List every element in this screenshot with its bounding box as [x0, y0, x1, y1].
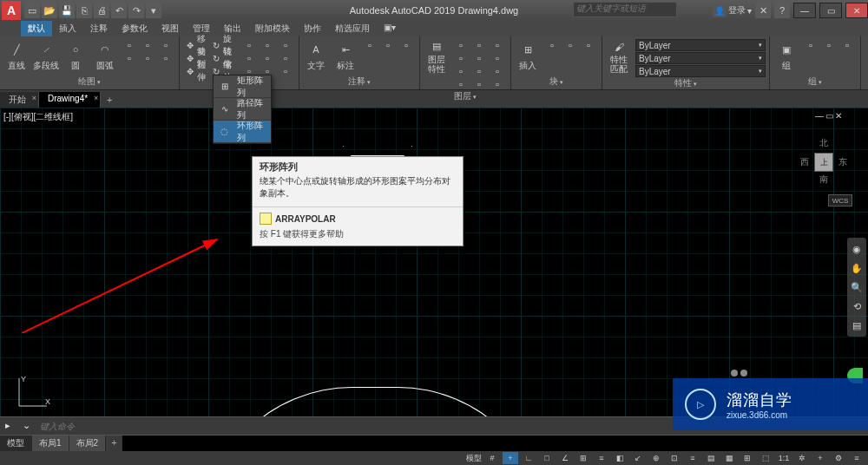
- ribbon-small-icon[interactable]: ▫: [122, 39, 137, 51]
- status-toggle-0[interactable]: #: [484, 452, 500, 464]
- ribbon-tab-8[interactable]: 协作: [297, 21, 328, 36]
- ribbon-small-icon[interactable]: ▫: [490, 52, 505, 64]
- ribbon-small-icon[interactable]: ▫: [453, 52, 469, 64]
- status-toggle-3[interactable]: □: [539, 452, 555, 464]
- vp-close-icon[interactable]: ✕: [835, 111, 842, 121]
- viewport-label[interactable]: [-][俯视][二维线框]: [3, 111, 73, 123]
- window-close-button[interactable]: ✕: [845, 3, 868, 18]
- nav-wheel-icon[interactable]: ◉: [849, 241, 865, 257]
- app-logo[interactable]: A: [2, 1, 21, 20]
- window-minimize-button[interactable]: —: [793, 3, 816, 18]
- status-toggle-19[interactable]: ⚙: [831, 452, 846, 464]
- status-toggle-9[interactable]: ⊕: [648, 452, 664, 464]
- panel-title[interactable]: 注释: [303, 75, 416, 88]
- wcs-button[interactable]: WCS: [828, 194, 852, 206]
- nav-orbit-icon[interactable]: ⟲: [849, 298, 865, 314]
- ribbon-button-图层特性[interactable]: ▤图层 特性: [424, 39, 450, 74]
- status-toggle-6[interactable]: ≡: [594, 452, 609, 464]
- ribbon-tab-3[interactable]: 参数化: [115, 21, 155, 36]
- window-restore-button[interactable]: ▭: [819, 3, 842, 18]
- ucs-icon[interactable]: X Y: [16, 375, 50, 409]
- layout-tab[interactable]: 布局2: [69, 436, 107, 451]
- ribbon-small-icon[interactable]: ▫: [241, 39, 257, 51]
- viewcube-west[interactable]: 西: [800, 156, 809, 168]
- status-toggle-1[interactable]: +: [503, 452, 518, 464]
- ribbon-small-icon[interactable]: ▫: [471, 39, 487, 51]
- ribbon-button-插入[interactable]: ⊞插入: [515, 39, 541, 74]
- file-tab[interactable]: Drawing4*×: [39, 92, 101, 108]
- status-toggle-20[interactable]: ≡: [849, 452, 865, 464]
- ribbon-small-icon[interactable]: ▫: [490, 39, 505, 51]
- ribbon-button-圆弧[interactable]: ◠圆弧: [92, 39, 118, 74]
- ribbon-small-icon[interactable]: ▫: [260, 52, 275, 64]
- ribbon-button-多段线[interactable]: ⟋多段线: [33, 39, 59, 74]
- ribbon-small-icon[interactable]: ▫: [471, 78, 487, 90]
- help-icon[interactable]: ?: [774, 3, 790, 18]
- ribbon-button-标注[interactable]: ⇤标注: [332, 39, 358, 74]
- close-icon[interactable]: ×: [32, 94, 36, 102]
- qat-new-icon[interactable]: ▭: [24, 3, 40, 18]
- panel-title[interactable]: 块: [515, 75, 598, 88]
- status-toggle-10[interactable]: ⊡: [667, 452, 682, 464]
- ribbon-button-直线[interactable]: ╱直线: [3, 39, 30, 74]
- property-selector-0[interactable]: ByLayer: [635, 39, 766, 51]
- nav-showmotion-icon[interactable]: ▤: [849, 318, 865, 333]
- property-selector-2[interactable]: ByLayer: [635, 65, 766, 77]
- ribbon-small-icon[interactable]: ▫: [362, 39, 378, 51]
- qat-open-icon[interactable]: 📂: [42, 3, 57, 18]
- ribbon-small-icon[interactable]: ▫: [562, 39, 578, 51]
- status-toggle-2[interactable]: ∟: [521, 452, 536, 464]
- ribbon-small-icon[interactable]: ▫: [453, 65, 469, 77]
- status-toggle-11[interactable]: ≡: [685, 452, 700, 464]
- ribbon-button-圆[interactable]: ○圆: [62, 39, 89, 74]
- panel-title[interactable]: 组: [773, 75, 857, 88]
- status-toggle-16[interactable]: 1:1: [776, 452, 792, 464]
- status-model-label[interactable]: 模型: [466, 452, 482, 464]
- ribbon-small-icon[interactable]: ▫: [581, 39, 596, 51]
- ribbon-small-icon[interactable]: ▫: [158, 52, 174, 64]
- qat-redo-icon[interactable]: ↷: [128, 3, 144, 18]
- ribbon-small-icon[interactable]: ▫: [278, 65, 293, 77]
- ribbon-small-icon[interactable]: ▫: [380, 39, 396, 51]
- ribbon-tab-4[interactable]: 视图: [155, 21, 186, 36]
- vp-restore-icon[interactable]: ▭: [825, 111, 833, 121]
- layout-tab[interactable]: 模型: [0, 436, 32, 451]
- ribbon-small-icon[interactable]: ▫: [398, 39, 414, 51]
- ribbon-button-特性匹配[interactable]: 🖌特性 匹配: [606, 39, 632, 74]
- ribbon-small-icon[interactable]: ▫: [544, 39, 560, 51]
- viewcube-north[interactable]: 北: [819, 137, 828, 149]
- user-login[interactable]: 👤 登录 ▾: [713, 3, 752, 17]
- nav-pan-icon[interactable]: ✋: [849, 260, 865, 276]
- status-toggle-15[interactable]: ⬚: [758, 452, 773, 464]
- panel-title[interactable]: 绘图: [3, 75, 175, 88]
- status-toggle-5[interactable]: ⊞: [575, 452, 591, 464]
- status-toggle-17[interactable]: ✲: [794, 452, 810, 464]
- ribbon-small-icon[interactable]: ▫: [140, 52, 155, 64]
- help-search-input[interactable]: [574, 3, 676, 14]
- viewcube[interactable]: 北 南 东 西 上: [795, 134, 852, 191]
- cmdline-recent-icon[interactable]: ⌄: [23, 420, 35, 432]
- qat-undo-icon[interactable]: ↶: [111, 3, 127, 18]
- ribbon-button-组[interactable]: ▣组: [773, 39, 799, 74]
- qat-saveas-icon[interactable]: ⎘: [76, 3, 92, 18]
- qat-plot-icon[interactable]: 🖨: [94, 3, 109, 18]
- ribbon-tab-1[interactable]: 插入: [52, 21, 83, 36]
- status-toggle-18[interactable]: +: [812, 452, 828, 464]
- cmdline-chevron-icon[interactable]: ▸: [5, 420, 17, 432]
- status-toggle-4[interactable]: ∠: [557, 452, 573, 464]
- ribbon-small-icon[interactable]: ▫: [140, 39, 155, 51]
- ribbon-small-icon[interactable]: ▫: [122, 52, 137, 64]
- ribbon-small-icon[interactable]: ▫: [803, 39, 819, 51]
- ribbon-small-icon[interactable]: ▫: [471, 65, 487, 77]
- ribbon-small-icon[interactable]: ▫: [278, 39, 293, 51]
- ribbon-tab-extra[interactable]: ▣▾: [377, 21, 403, 36]
- close-icon[interactable]: ×: [94, 94, 98, 102]
- status-toggle-13[interactable]: ▦: [721, 452, 737, 464]
- qat-save-icon[interactable]: 💾: [59, 3, 75, 18]
- property-selector-1[interactable]: ByLayer: [635, 52, 766, 64]
- layout-tab[interactable]: 布局1: [32, 436, 69, 451]
- vp-minimize-icon[interactable]: —: [815, 111, 824, 121]
- status-toggle-8[interactable]: ↙: [630, 452, 646, 464]
- ribbon-tab-9[interactable]: 精选应用: [328, 21, 377, 36]
- viewcube-east[interactable]: 东: [838, 156, 847, 168]
